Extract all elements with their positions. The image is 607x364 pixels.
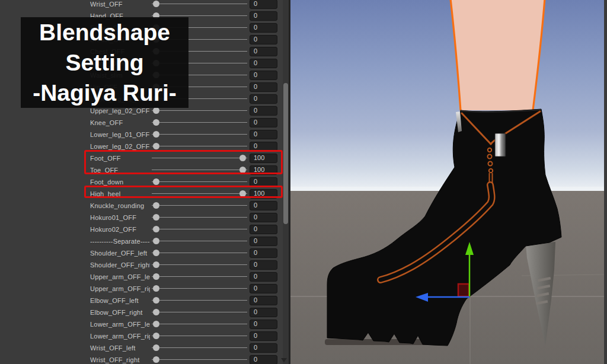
blendshape-row: Upper_arm_OFF_right0 <box>0 283 289 295</box>
blendshape-value-field[interactable]: 0 <box>250 71 277 80</box>
blendshape-value-field[interactable]: 0 <box>250 355 277 364</box>
blendshape-value-field[interactable]: 0 <box>250 248 277 258</box>
blendshape-slider-knob[interactable] <box>153 285 159 292</box>
title-line-1: Blendshape <box>21 17 189 47</box>
blendshape-slider-track[interactable] <box>152 205 247 206</box>
blendshape-slider-track[interactable] <box>152 359 247 360</box>
blendshape-slider-track[interactable] <box>152 181 247 182</box>
blendshape-slider-knob[interactable] <box>153 273 159 280</box>
blendshape-slider-knob[interactable] <box>153 309 159 315</box>
blendshape-slider-track[interactable] <box>152 312 247 312</box>
blendshape-slider-knob[interactable] <box>153 131 159 138</box>
blendshape-slider-knob[interactable] <box>153 333 159 339</box>
blendshape-label: Elbow_OFF_left <box>90 296 150 306</box>
blendshape-value-field[interactable]: 0 <box>250 343 277 353</box>
blendshape-label: Wrist_OFF_left <box>90 344 150 353</box>
blendshape-value-field[interactable]: 0 <box>250 94 277 104</box>
blendshape-slider-track[interactable] <box>152 110 247 111</box>
blendshape-row: Knee_OFF0 <box>0 117 289 129</box>
blendshape-slider-knob[interactable] <box>153 238 159 244</box>
blendshape-slider-knob[interactable] <box>153 356 159 363</box>
blendshape-slider-knob[interactable] <box>153 119 159 126</box>
gizmo-plane-handle[interactable] <box>458 284 469 296</box>
blendshape-value-field[interactable]: 0 <box>250 225 277 234</box>
blendshape-slider-track[interactable] <box>152 324 247 324</box>
blendshape-slider-track[interactable] <box>152 336 247 336</box>
scrollbar-thumb[interactable] <box>283 83 288 224</box>
blendshape-slider-knob[interactable] <box>153 1 159 7</box>
blendshape-slider-knob[interactable] <box>153 321 159 327</box>
blendshape-slider-track[interactable] <box>152 264 247 265</box>
blendshape-slider-track[interactable] <box>152 229 247 229</box>
blendshape-slider-track[interactable] <box>152 217 247 218</box>
blendshape-slider-knob[interactable] <box>153 143 159 149</box>
blendshape-value-field[interactable]: 0 <box>250 106 277 116</box>
blendshape-value-field[interactable]: 0 <box>250 284 277 293</box>
highlight-box <box>84 150 283 174</box>
blendshape-value-field[interactable]: 0 <box>250 82 277 92</box>
blendshape-row: Shoulder_OFF_right0 <box>0 259 289 271</box>
blendshape-label: Lower_arm_OFF_left <box>90 320 150 330</box>
blendshape-value-field[interactable]: 0 <box>250 260 277 270</box>
blendshape-value-field[interactable]: 0 <box>250 213 277 222</box>
title-overlay: Blendshape Setting -Nagiya Ruri- <box>21 17 189 108</box>
blendshape-value-field[interactable]: 0 <box>250 118 277 127</box>
blendshape-slider-track[interactable] <box>152 253 247 253</box>
panel-scrollbar[interactable] <box>283 0 289 364</box>
blendshape-slider-knob[interactable] <box>153 261 159 268</box>
blendshape-label: Knee_OFF <box>90 119 150 128</box>
blendshape-value-field[interactable]: 0 <box>250 296 277 305</box>
leg[interactable] <box>451 0 545 110</box>
blendshape-row: Lower_arm_OFF_right0 <box>0 330 289 342</box>
blendshape-slider-track[interactable] <box>152 241 247 241</box>
blendshape-slider-track[interactable] <box>152 300 247 301</box>
blendshape-value-field[interactable]: 0 <box>250 331 277 341</box>
blendshape-value-field[interactable]: 0 <box>250 59 277 68</box>
blendshape-slider-track[interactable] <box>152 15 247 16</box>
blendshape-slider-track[interactable] <box>152 347 247 348</box>
blendshape-value-field[interactable]: 0 <box>250 35 277 44</box>
blendshape-row: Elbow_OFF_right0 <box>0 306 289 318</box>
blendshape-value-field[interactable]: 0 <box>250 237 277 246</box>
scrollbar-down-arrow-icon[interactable] <box>281 358 287 362</box>
blendshape-value-field[interactable]: 0 <box>250 130 277 139</box>
blendshape-label: Upper_arm_OFF_left <box>90 273 150 282</box>
window-edge-strip <box>604 0 607 364</box>
blendshape-slider-knob[interactable] <box>153 250 159 256</box>
blendshape-slider-track[interactable] <box>152 134 247 135</box>
blendshape-value-field[interactable]: 0 <box>250 23 277 33</box>
blendshape-slider-knob[interactable] <box>153 214 159 221</box>
blendshape-row: Wrist_OFF_left0 <box>0 342 289 354</box>
blendshape-row: Shoulder_OFF_left0 <box>0 247 289 259</box>
blendshape-slider-knob[interactable] <box>153 226 159 232</box>
title-line-3: -Nagiya Ruri- <box>21 78 189 108</box>
blendshape-value-field[interactable]: 0 <box>250 11 277 21</box>
blendshape-panel: Wrist_OFF0Hand_OFF0Finger_OFF0Breast_OFF… <box>0 0 289 364</box>
blendshape-label: Shoulder_OFF_left <box>90 249 150 258</box>
blendshape-slider-knob[interactable] <box>153 202 159 209</box>
blendshape-value-field[interactable]: 0 <box>250 320 277 329</box>
blendshape-slider-knob[interactable] <box>153 178 159 185</box>
blendshape-slider-knob[interactable] <box>153 344 159 351</box>
blendshape-slider-knob[interactable] <box>153 297 159 304</box>
title-line-2: Setting <box>21 47 189 78</box>
blendshape-value-field[interactable]: 0 <box>250 272 277 282</box>
blendshape-slider-track[interactable] <box>152 122 247 123</box>
blendshape-label: Wrist_OFF <box>90 0 150 9</box>
blendshape-row: Wrist_OFF_right0 <box>0 354 289 364</box>
blendshape-label: Lower_leg_01_OFF <box>90 130 150 140</box>
blendshape-label: Wrist_OFF_right <box>90 356 150 364</box>
blendshape-label: Knuckle_rounding <box>90 202 150 211</box>
blendshape-label: Elbow_OFF_right <box>90 308 150 318</box>
blendshape-slider-knob[interactable] <box>153 107 159 114</box>
scene-viewport[interactable] <box>289 0 607 364</box>
blendshape-value-field[interactable]: 0 <box>250 201 277 210</box>
blendshape-slider-track[interactable] <box>152 4 247 4</box>
unity-editor-window: Wrist_OFF0Hand_OFF0Finger_OFF0Breast_OFF… <box>0 0 607 364</box>
blendshape-slider-track[interactable] <box>152 288 247 289</box>
blendshape-value-field[interactable]: 0 <box>250 47 277 56</box>
blendshape-slider-track[interactable] <box>152 276 247 277</box>
blendshape-slider-track[interactable] <box>152 146 247 146</box>
blendshape-value-field[interactable]: 0 <box>250 0 277 9</box>
blendshape-value-field[interactable]: 0 <box>250 308 277 317</box>
